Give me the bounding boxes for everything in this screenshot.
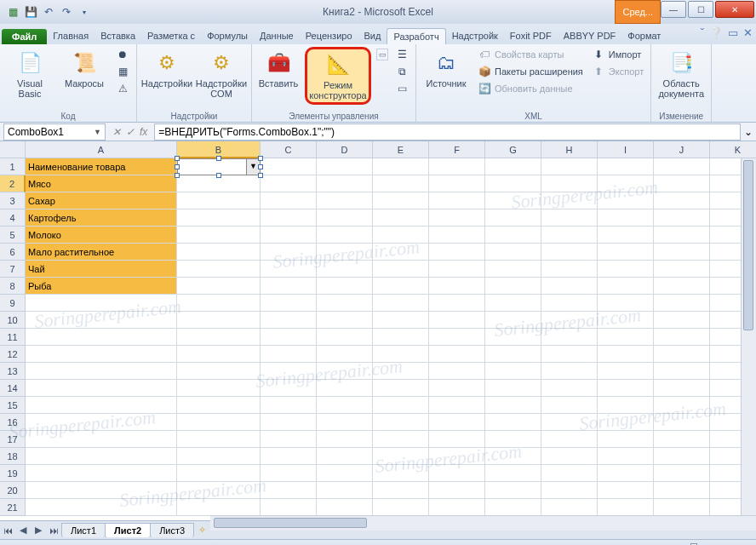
minimize-button[interactable]: — bbox=[661, 1, 686, 18]
cell[interactable] bbox=[485, 261, 541, 278]
cell[interactable] bbox=[598, 431, 654, 448]
cell[interactable] bbox=[429, 192, 485, 209]
cell[interactable] bbox=[373, 329, 429, 346]
cell[interactable] bbox=[429, 499, 485, 516]
row-header[interactable]: 7 bbox=[0, 261, 26, 278]
cell[interactable] bbox=[541, 175, 598, 192]
cell[interactable] bbox=[654, 209, 710, 227]
cell[interactable]: Наименование товара bbox=[26, 158, 177, 175]
record-macro-button[interactable]: ⏺ bbox=[114, 47, 131, 62]
cell[interactable] bbox=[598, 158, 654, 175]
cell[interactable] bbox=[598, 397, 654, 414]
cell[interactable] bbox=[541, 244, 598, 261]
cell[interactable] bbox=[485, 295, 541, 312]
cell[interactable] bbox=[429, 380, 485, 397]
cell[interactable] bbox=[598, 227, 654, 244]
ribbon-tab[interactable]: Надстройк bbox=[446, 28, 504, 44]
column-header[interactable]: E bbox=[373, 141, 429, 158]
cell[interactable] bbox=[485, 192, 541, 209]
cell[interactable] bbox=[654, 312, 710, 329]
cell[interactable] bbox=[261, 278, 317, 295]
cell[interactable] bbox=[177, 465, 261, 482]
cell[interactable] bbox=[373, 397, 429, 414]
cell[interactable] bbox=[598, 192, 654, 209]
cell[interactable] bbox=[261, 380, 317, 397]
column-header[interactable]: D bbox=[317, 141, 373, 158]
cell[interactable] bbox=[541, 209, 598, 227]
cell[interactable] bbox=[598, 499, 654, 516]
cell[interactable] bbox=[541, 278, 598, 295]
cell[interactable]: Мясо bbox=[26, 175, 177, 192]
cell[interactable] bbox=[177, 329, 261, 346]
cell[interactable]: Картофель bbox=[26, 209, 177, 227]
cell[interactable] bbox=[317, 499, 373, 516]
cell[interactable] bbox=[317, 431, 373, 448]
cancel-formula-icon[interactable]: ✕ bbox=[112, 126, 121, 138]
cell[interactable] bbox=[429, 158, 485, 175]
cell[interactable] bbox=[373, 465, 429, 482]
cell[interactable] bbox=[654, 329, 710, 346]
ribbon-tab[interactable]: Главная bbox=[47, 28, 94, 44]
cell[interactable] bbox=[177, 363, 261, 380]
cell[interactable] bbox=[485, 209, 541, 227]
cell[interactable] bbox=[429, 465, 485, 482]
cell[interactable] bbox=[654, 158, 710, 175]
cell[interactable] bbox=[485, 346, 541, 363]
cell[interactable] bbox=[429, 209, 485, 227]
cell[interactable] bbox=[485, 329, 541, 346]
cell[interactable] bbox=[177, 431, 261, 448]
cell[interactable] bbox=[598, 346, 654, 363]
tools-tab[interactable]: Сред... bbox=[615, 0, 661, 24]
cell[interactable] bbox=[26, 448, 177, 465]
cell[interactable] bbox=[26, 414, 177, 431]
cell[interactable] bbox=[485, 414, 541, 431]
cell[interactable] bbox=[654, 295, 710, 312]
cell[interactable]: Мало растительное bbox=[26, 244, 177, 261]
redo-icon[interactable]: ↷ bbox=[59, 4, 74, 20]
cell[interactable] bbox=[598, 312, 654, 329]
cell[interactable] bbox=[598, 482, 654, 499]
addins-button[interactable]: ⚙ Надстройки bbox=[142, 47, 192, 91]
cell[interactable] bbox=[261, 158, 317, 175]
cell[interactable] bbox=[373, 448, 429, 465]
cell[interactable] bbox=[654, 244, 710, 261]
cell[interactable] bbox=[485, 363, 541, 380]
cell[interactable] bbox=[485, 397, 541, 414]
row-header[interactable]: 21 bbox=[0, 499, 26, 516]
cell[interactable] bbox=[541, 295, 598, 312]
column-header[interactable]: I bbox=[598, 141, 654, 158]
cell[interactable] bbox=[261, 261, 317, 278]
cell[interactable]: Сахар bbox=[26, 192, 177, 209]
resize-handle[interactable] bbox=[216, 173, 221, 178]
resize-handle[interactable] bbox=[175, 164, 180, 169]
cell[interactable] bbox=[541, 431, 598, 448]
cell[interactable] bbox=[373, 175, 429, 192]
help-icon[interactable]: ❔ bbox=[709, 26, 723, 39]
column-header[interactable]: C bbox=[261, 141, 317, 158]
save-icon[interactable]: 💾 bbox=[23, 4, 38, 20]
cell[interactable] bbox=[654, 192, 710, 209]
cell[interactable] bbox=[541, 261, 598, 278]
row-header[interactable]: 11 bbox=[0, 329, 26, 346]
cell[interactable] bbox=[373, 431, 429, 448]
cell[interactable] bbox=[317, 465, 373, 482]
cell[interactable] bbox=[485, 278, 541, 295]
cells-area[interactable]: Наименование товараМясоСахарКартофельМол… bbox=[26, 158, 756, 516]
last-sheet-icon[interactable]: ⏭ bbox=[46, 525, 61, 536]
cell[interactable] bbox=[317, 329, 373, 346]
cell[interactable] bbox=[485, 465, 541, 482]
cell[interactable] bbox=[373, 482, 429, 499]
row-header[interactable]: 6 bbox=[0, 244, 26, 261]
cell[interactable] bbox=[317, 192, 373, 209]
cell[interactable] bbox=[177, 244, 261, 261]
cell[interactable] bbox=[541, 346, 598, 363]
cell[interactable] bbox=[317, 209, 373, 227]
cell[interactable] bbox=[654, 448, 710, 465]
cell[interactable] bbox=[429, 346, 485, 363]
expand-formula-bar-icon[interactable]: ⌄ bbox=[741, 126, 756, 138]
cell[interactable] bbox=[261, 414, 317, 431]
cell[interactable] bbox=[261, 209, 317, 227]
cell[interactable] bbox=[26, 329, 177, 346]
cell[interactable] bbox=[598, 380, 654, 397]
cell[interactable] bbox=[317, 346, 373, 363]
